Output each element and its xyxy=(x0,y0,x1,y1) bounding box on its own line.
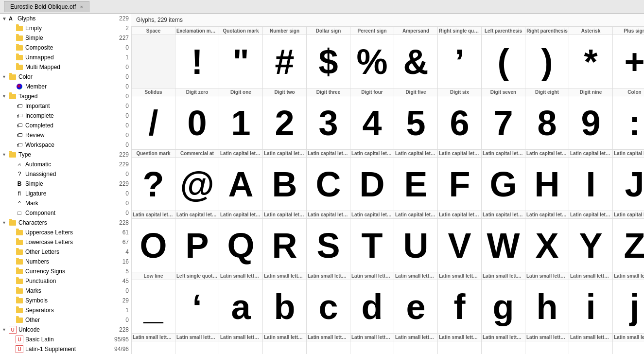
glyph-cell[interactable]: s xyxy=(307,341,350,354)
glyph-cell[interactable]: u xyxy=(394,341,438,354)
tree-item-lowercase[interactable]: Lowercase Letters 67 xyxy=(0,237,131,247)
glyph-cell[interactable]: ‘ xyxy=(175,280,219,334)
glyph-cell[interactable]: 9 xyxy=(569,96,613,150)
glyph-cell[interactable]: O xyxy=(132,219,175,272)
tree-item-empty[interactable]: Empty 2 xyxy=(0,23,131,33)
glyph-cell[interactable]: V xyxy=(438,219,482,272)
tree-item-composite[interactable]: Composite 0 xyxy=(0,43,131,53)
tree-item-mark[interactable]: ^ Mark 0 xyxy=(0,198,131,208)
tree-item-type[interactable]: ▼ Type 229 xyxy=(0,150,131,159)
glyph-cell[interactable]: w xyxy=(482,341,525,354)
glyph-cell[interactable]: A xyxy=(219,158,263,211)
glyph-cell[interactable]: 4 xyxy=(350,96,394,150)
tree-item-unmapped[interactable]: Unmapped 1 xyxy=(0,53,131,62)
glyph-cell[interactable]: # xyxy=(263,35,307,88)
tree-item-basiclatin[interactable]: U Basic Latin 95/95 xyxy=(0,335,131,344)
glyph-cell[interactable]: 5 xyxy=(394,96,438,150)
glyph-cell[interactable]: H xyxy=(525,158,569,211)
glyph-cell[interactable]: U xyxy=(394,219,438,272)
tree-item-other[interactable]: Other 0 xyxy=(0,315,131,325)
tree-item-tagged[interactable]: ▼ Tagged 0 xyxy=(0,91,131,101)
glyph-cell[interactable]: ( xyxy=(482,35,525,88)
glyph-cell[interactable]: x xyxy=(525,341,569,354)
glyph-cell[interactable]: Y xyxy=(569,219,613,272)
glyph-cell[interactable]: c xyxy=(307,280,350,334)
tree-item-automatic[interactable]: A Automatic 229 xyxy=(0,159,131,169)
glyph-cell[interactable]: E xyxy=(394,158,438,211)
tree-item-workspace[interactable]: 🏷 Workspace 0 xyxy=(0,140,131,150)
glyph-grid-container[interactable]: SpaceExclamation markQuotation markNumbe… xyxy=(131,27,644,354)
glyph-cell[interactable]: ’ xyxy=(438,35,482,88)
glyph-cell[interactable]: e xyxy=(394,280,438,334)
glyph-cell[interactable]: P xyxy=(175,219,219,272)
glyph-cell[interactable]: 0 xyxy=(175,96,219,150)
glyph-cell[interactable]: J xyxy=(613,158,644,211)
glyph-cell[interactable]: % xyxy=(350,35,394,88)
tree-item-numbers[interactable]: Numbers 16 xyxy=(0,257,131,266)
glyph-cell[interactable]: R xyxy=(263,219,307,272)
tree-item-separators[interactable]: Separators 1 xyxy=(0,305,131,315)
tree-item-member[interactable]: Member 0 xyxy=(0,82,131,91)
glyph-cell[interactable]: z xyxy=(613,341,644,354)
tree-item-component[interactable]: □ Component 0 xyxy=(0,208,131,218)
glyph-cell[interactable]: 8 xyxy=(525,96,569,150)
tree-item-incomplete[interactable]: 🏷 Incomplete 0 xyxy=(0,111,131,121)
glyph-cell[interactable]: q xyxy=(219,341,263,354)
glyph-cell[interactable]: Q xyxy=(219,219,263,272)
tree-item-simple[interactable]: Simple 227 xyxy=(0,33,131,43)
tree-item-glyphs[interactable]: ▼ A Glyphs 229 xyxy=(0,14,131,23)
tree-item-latin1[interactable]: U Latin-1 Supplement 94/96 xyxy=(0,344,131,354)
glyph-cell[interactable]: W xyxy=(482,219,525,272)
glyph-cell[interactable]: X xyxy=(525,219,569,272)
tree-item-unicode[interactable]: ▼ U Unicode 228 xyxy=(0,325,131,335)
tree-item-characters[interactable]: ▼ Characters 228 xyxy=(0,218,131,228)
glyph-cell[interactable]: C xyxy=(307,158,350,211)
glyph-cell[interactable]: & xyxy=(394,35,438,88)
glyph-cell[interactable]: g xyxy=(482,280,525,334)
close-tab-button[interactable]: × xyxy=(80,4,83,10)
tree-item-currency[interactable]: Currency Signs 5 xyxy=(0,266,131,276)
glyph-cell[interactable]: y xyxy=(569,341,613,354)
tree-item-review[interactable]: 🏷 Review 0 xyxy=(0,130,131,140)
tree-item-punctuation[interactable]: Punctuation 45 xyxy=(0,276,131,286)
glyph-cell[interactable]: a xyxy=(219,280,263,334)
glyph-cell[interactable]: * xyxy=(569,35,613,88)
glyph-cell[interactable]: S xyxy=(307,219,350,272)
glyph-cell[interactable]: I xyxy=(569,158,613,211)
glyph-cell[interactable]: o xyxy=(132,341,175,354)
glyph-cell[interactable]: ? xyxy=(132,158,175,211)
glyph-cell[interactable]: _ xyxy=(132,280,175,334)
tree-item-simple2[interactable]: B Simple 229 xyxy=(0,179,131,189)
tree-item-otherletters[interactable]: Other Letters 4 xyxy=(0,247,131,257)
glyph-cell[interactable]: b xyxy=(263,280,307,334)
glyph-cell[interactable]: F xyxy=(438,158,482,211)
glyph-cell[interactable]: j xyxy=(613,280,644,334)
glyph-cell[interactable]: v xyxy=(438,341,482,354)
glyph-cell[interactable]: f xyxy=(438,280,482,334)
glyph-cell[interactable]: / xyxy=(132,96,175,150)
glyph-cell[interactable]: : xyxy=(613,96,644,150)
tree-item-unassigned[interactable]: ? Unassigned 0 xyxy=(0,169,131,179)
glyph-cell[interactable]: 1 xyxy=(219,96,263,150)
glyph-cell[interactable]: T xyxy=(350,219,394,272)
glyph-cell[interactable]: " xyxy=(219,35,263,88)
glyph-cell[interactable]: 7 xyxy=(482,96,525,150)
glyph-cell[interactable]: ) xyxy=(525,35,569,88)
glyph-cell[interactable]: i xyxy=(569,280,613,334)
glyph-cell[interactable]: 6 xyxy=(438,96,482,150)
glyph-cell[interactable] xyxy=(132,35,175,88)
file-tab[interactable]: Eurostile Bold Oblique.otf × xyxy=(4,1,89,12)
tree-item-important[interactable]: 🏷 Important 0 xyxy=(0,101,131,111)
tree-item-symbols[interactable]: Symbols 29 xyxy=(0,296,131,305)
glyph-cell[interactable]: D xyxy=(350,158,394,211)
glyph-cell[interactable]: Z xyxy=(613,219,644,272)
glyph-cell[interactable]: @ xyxy=(175,158,219,211)
glyph-cell[interactable]: B xyxy=(263,158,307,211)
tree-item-marks[interactable]: Marks 0 xyxy=(0,286,131,296)
glyph-cell[interactable]: 3 xyxy=(307,96,350,150)
glyph-cell[interactable]: r xyxy=(263,341,307,354)
glyph-cell[interactable]: + xyxy=(613,35,644,88)
glyph-cell[interactable]: d xyxy=(350,280,394,334)
glyph-cell[interactable]: p xyxy=(175,341,219,354)
tree-item-completed[interactable]: 🏷 Completed 0 xyxy=(0,121,131,130)
